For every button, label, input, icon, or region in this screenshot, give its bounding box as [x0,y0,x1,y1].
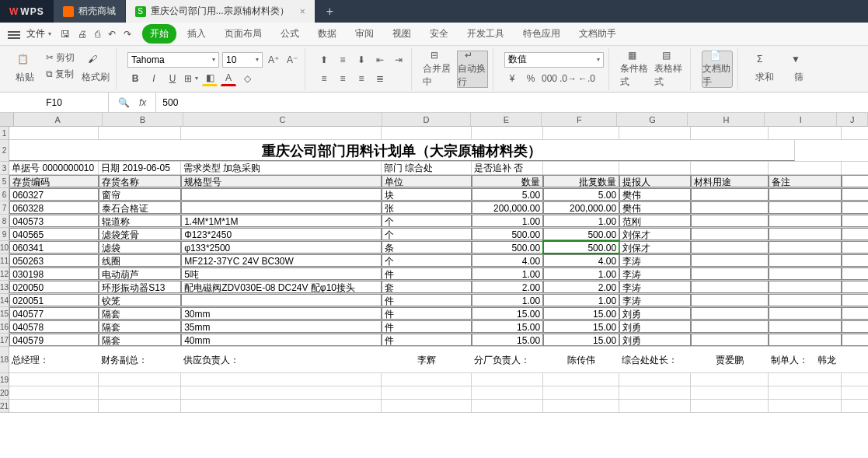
cell-qty[interactable]: 2.00 [472,281,543,293]
tab-insert[interactable]: 插入 [180,24,214,44]
cell-code[interactable]: 020051 [9,294,99,306]
indent-left-icon[interactable]: ⇤ [372,52,388,68]
tab-review[interactable]: 审阅 [347,24,382,44]
cell-person[interactable]: 李涛 [619,281,691,293]
row-header[interactable]: 8 [0,215,9,228]
fill-color-button[interactable]: ◧ [202,71,218,86]
tab-data[interactable]: 数据 [310,24,344,44]
tab-document[interactable]: S重庆公司部门用...宗原辅材料类）× [126,0,315,23]
cell-unit[interactable]: 件 [382,267,472,280]
cell-person[interactable]: 刘勇 [619,334,691,346]
dec-decimal-icon[interactable]: ←.0 [579,71,594,86]
copy-button[interactable]: ⧉复制 [44,67,77,82]
sign-maker-val[interactable]: 韩龙 [815,347,842,372]
meta-dept[interactable]: 部门 综合处 [382,162,472,174]
row-header[interactable]: 6 [0,188,9,201]
cell-approved[interactable]: 1.00 [543,267,619,280]
indent-right-icon[interactable]: ⇥ [391,52,406,68]
cell-qty[interactable]: 200,000.00 [472,201,543,214]
print-preview-icon[interactable]: 🖨 [78,29,87,40]
cell-person[interactable]: 刘勇 [619,307,691,320]
tab-formula[interactable]: 公式 [273,24,307,44]
cell-remark[interactable] [769,228,842,240]
cell-approved[interactable]: 15.00 [543,320,619,333]
italic-button[interactable]: I [146,71,162,86]
align-top-icon[interactable]: ⬆ [316,52,332,68]
align-bottom-icon[interactable]: ⬇ [354,52,369,68]
cell-spec[interactable]: 1.4M*1M*1M [181,215,382,227]
cell-remark[interactable] [769,201,842,214]
cell-approved[interactable]: 500.00 [543,241,619,253]
tab-special[interactable]: 特色应用 [515,24,568,44]
cell-unit[interactable]: 件 [382,334,472,346]
meta-reqtype[interactable]: 需求类型 加急采购 [181,162,382,174]
th-remark[interactable]: 备注 [769,175,842,187]
row-header[interactable]: 21 [0,400,9,413]
cell-remark[interactable] [769,334,842,346]
cell-unit[interactable]: 套 [382,281,472,293]
cell-approved[interactable]: 5.00 [543,188,619,201]
tab-developer[interactable]: 开发工具 [459,24,512,44]
font-size-combo[interactable]: 10▾ [222,52,263,68]
cell-name[interactable]: 泰石合格证 [99,201,181,214]
cell-code[interactable]: 030198 [9,267,99,280]
underline-button[interactable]: U [165,71,180,86]
tab-security[interactable]: 安全 [422,24,456,44]
th-qty[interactable]: 数量 [472,175,543,187]
col-header[interactable]: C [183,113,382,126]
cell-approved[interactable]: 200,000.00 [543,201,619,214]
file-menu[interactable]: 文件▾ [26,27,51,40]
cell-person[interactable]: 李涛 [619,254,691,267]
cell-person[interactable]: 樊伟 [619,201,691,214]
cell-usage[interactable] [691,320,769,333]
cell-approved[interactable]: 2.00 [543,281,619,293]
cell-unit[interactable]: 件 [382,307,472,320]
cell-name[interactable]: 隔套 [99,320,181,333]
fx-search-icon[interactable]: 🔍 [118,97,130,108]
row-header[interactable]: 18 [0,347,9,373]
row-header[interactable]: 19 [0,373,9,386]
cell-person[interactable]: 刘保才 [619,241,691,253]
cell-usage[interactable] [691,241,769,253]
tab-dochelper[interactable]: 文档助手 [571,24,624,44]
cell-unit[interactable]: 条 [382,241,472,253]
cell-name[interactable]: 滤袋 [99,241,181,253]
sheet-title[interactable]: 重庆公司部门用料计划单（大宗原辅材料类） [9,140,795,161]
sign-office-val[interactable]: 贾爱鹏 [691,347,769,372]
cell-name[interactable]: 环形振动器S13 [99,281,181,293]
inc-decimal-icon[interactable]: .0→ [560,71,576,86]
cell-code[interactable]: 040578 [9,320,99,333]
row-header[interactable]: 9 [0,228,9,241]
cell-code[interactable]: 060341 [9,241,99,253]
cell-name[interactable]: 线圈 [99,254,181,267]
filter-button[interactable]: ▼筛 [783,51,814,88]
row-header[interactable]: 2 [0,140,9,162]
cell-approved[interactable]: 1.00 [543,215,619,227]
cell-qty[interactable]: 500.00 [472,241,543,253]
cell-qty[interactable]: 15.00 [472,307,543,320]
number-format-combo[interactable]: 数值▾ [504,52,604,68]
row-header[interactable]: 7 [0,201,9,215]
cell-person[interactable]: 李涛 [619,294,691,306]
cell-code[interactable]: 040579 [9,334,99,346]
print-icon[interactable]: ⎙ [95,29,100,40]
cell-qty[interactable]: 4.00 [472,254,543,267]
th-unit[interactable]: 单位 [382,175,472,187]
cell-person[interactable]: 刘保才 [619,228,691,240]
cell-name[interactable]: 窗帘 [99,188,181,201]
cell-code[interactable]: 020050 [9,281,99,293]
fx-label[interactable]: fx [139,97,146,108]
cell-approved[interactable]: 15.00 [543,334,619,346]
cell-remark[interactable] [769,307,842,320]
percent-icon[interactable]: % [523,71,539,86]
row-header[interactable]: 16 [0,320,9,334]
cell-remark[interactable] [769,215,842,227]
cell-usage[interactable] [691,188,769,201]
sign-supplier[interactable]: 供应负责人： [181,347,382,372]
cell-name[interactable]: 电动葫芦 [99,267,181,280]
cell-usage[interactable] [691,215,769,227]
cells[interactable]: 重庆公司部门用料计划单（大宗原辅材料类） 单据号 0000000010 日期 2… [9,127,868,413]
cell-qty[interactable]: 15.00 [472,334,543,346]
sign-finance[interactable]: 财务副总： [99,347,181,372]
th-code[interactable]: 存货编码 [9,175,99,187]
